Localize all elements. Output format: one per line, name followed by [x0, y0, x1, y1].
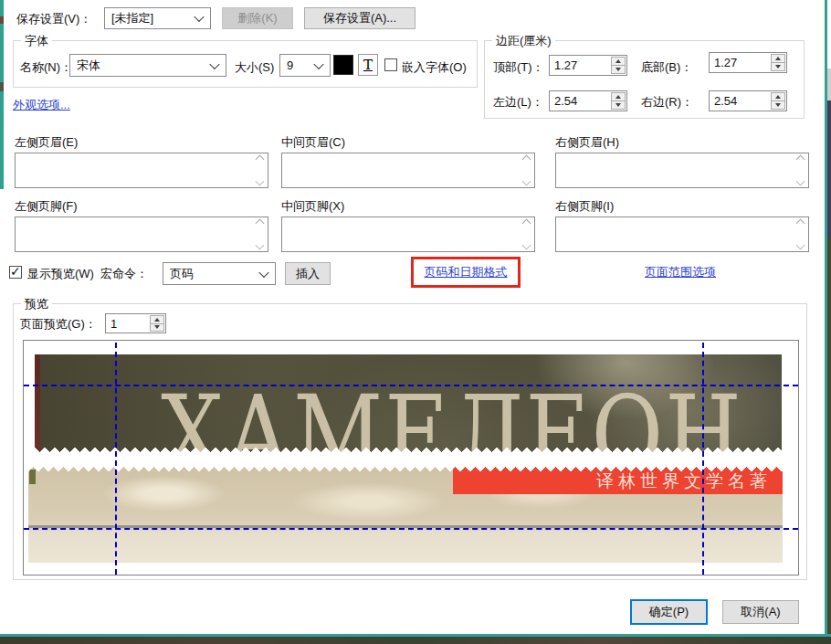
- bottom-margin-down-button[interactable]: [771, 62, 785, 71]
- background-window-sliver: [827, 100, 831, 238]
- embed-font-label: 嵌入字体(O): [402, 60, 467, 75]
- top-margin-label: 顶部(T)：: [493, 60, 544, 75]
- left-footer-label: 左侧页脚(F): [15, 199, 78, 214]
- right-footer-label: 右侧页脚(I): [555, 199, 614, 214]
- arrow-up-icon: [615, 95, 621, 99]
- font-color-swatch[interactable]: [333, 55, 353, 75]
- chevron-down-icon: [258, 267, 268, 277]
- page-preview-input[interactable]: [106, 314, 149, 333]
- right-margin-spinner: [770, 91, 786, 111]
- chevron-up-icon: [795, 155, 805, 164]
- left-margin-down-button[interactable]: [611, 100, 626, 110]
- right-footer-input[interactable]: [556, 217, 792, 251]
- chevron-down-icon: [194, 12, 204, 22]
- background-window-sliver: [827, 69, 831, 100]
- center-footer-input[interactable]: [282, 217, 518, 251]
- cancel-button[interactable]: 取消(A): [722, 600, 799, 624]
- embed-font-checkbox[interactable]: [384, 58, 397, 71]
- insert-button[interactable]: 插入: [285, 262, 331, 285]
- show-preview-checkbox[interactable]: [9, 266, 22, 279]
- page-number-date-format-link[interactable]: 页码和日期格式: [425, 265, 508, 280]
- red-banner: 译林世界文学名著: [453, 467, 783, 494]
- chevron-up-icon: [795, 219, 805, 228]
- right-margin-input[interactable]: [710, 91, 770, 111]
- bottom-margin-guide: [24, 528, 798, 530]
- arrow-down-icon: [615, 103, 621, 107]
- top-margin-down-button[interactable]: [611, 65, 626, 74]
- scrollbar[interactable]: [520, 156, 532, 185]
- screen: 保存设置(V)： [未指定] 删除(K) 保存设置(A)... 字体 名称(N)…: [0, 0, 831, 644]
- chevron-down-icon: [255, 177, 264, 186]
- font-size-value: 9: [287, 58, 293, 72]
- chevron-up-icon: [521, 219, 531, 228]
- background-window-left-edge: [0, 0, 4, 189]
- page-preview-spinner: [149, 314, 165, 333]
- arrow-down-icon: [775, 103, 781, 107]
- scrollbar[interactable]: [253, 220, 266, 248]
- right-header-textarea[interactable]: [555, 153, 809, 188]
- font-size-label: 大小(S)：: [235, 60, 286, 75]
- macro-value: 页码: [170, 266, 194, 282]
- chevron-down-icon: [521, 177, 531, 186]
- left-header-label: 左侧页眉(E): [15, 135, 78, 150]
- save-settings-dropdown[interactable]: [未指定]: [104, 7, 211, 29]
- left-footer-input[interactable]: [16, 217, 251, 251]
- save-settings-as-button[interactable]: 保存设置(A)...: [304, 7, 416, 29]
- font-name-dropdown[interactable]: 宋体: [69, 54, 226, 77]
- bottom-margin-field[interactable]: [709, 52, 787, 73]
- left-margin-label: 左边(L)：: [493, 95, 543, 110]
- font-group-title: 字体: [21, 33, 52, 49]
- font-size-dropdown[interactable]: 9: [279, 54, 331, 77]
- chevron-down-icon: [209, 58, 219, 69]
- appearance-options-link[interactable]: 外观选项...: [13, 98, 70, 112]
- top-margin-spinner: [610, 56, 626, 75]
- font-name-label: 名称(N)：: [20, 60, 72, 75]
- top-margin-field[interactable]: [549, 55, 627, 76]
- show-preview-label: 显示预览(W): [27, 267, 94, 281]
- top-margin-input[interactable]: [550, 56, 610, 75]
- page-preview-field[interactable]: [105, 313, 166, 333]
- left-margin-input[interactable]: [550, 91, 610, 111]
- arrow-down-icon: [615, 68, 621, 71]
- right-footer-textarea[interactable]: [555, 216, 809, 252]
- left-footer-textarea[interactable]: [15, 216, 268, 252]
- page-preview-canvas: ХАМЕЛЕОН 译林世界文学名著: [23, 340, 799, 575]
- right-header-input[interactable]: [556, 153, 792, 187]
- macro-label: 宏命令：: [100, 267, 148, 281]
- underline-toggle-button[interactable]: T: [358, 54, 378, 76]
- header-footer-settings-dialog: 保存设置(V)： [未指定] 删除(K) 保存设置(A)... 字体 名称(N)…: [0, 0, 825, 634]
- chevron-down-icon: [313, 58, 323, 69]
- delete-button: 删除(K): [222, 7, 293, 29]
- left-header-textarea[interactable]: [15, 153, 268, 188]
- center-header-label: 中间页眉(C): [281, 135, 345, 150]
- left-margin-field[interactable]: [549, 90, 627, 111]
- right-margin-field[interactable]: [709, 90, 787, 111]
- scrollbar[interactable]: [253, 156, 266, 185]
- page-preview-down-button[interactable]: [150, 323, 164, 333]
- chevron-down-icon: [795, 177, 805, 186]
- left-margin-guide: [115, 343, 117, 575]
- center-header-textarea[interactable]: [281, 153, 535, 188]
- chevron-up-icon: [255, 219, 264, 228]
- arrow-down-icon: [154, 325, 160, 329]
- top-margin-guide: [24, 385, 798, 386]
- margin-group-title: 边距(厘米): [492, 33, 555, 49]
- arrow-up-icon: [775, 95, 781, 99]
- bottom-margin-input[interactable]: [710, 53, 770, 72]
- scrollbar[interactable]: [794, 220, 806, 248]
- right-header-label: 右侧页眉(H): [555, 135, 619, 150]
- book-spine: [35, 354, 40, 455]
- scrollbar[interactable]: [520, 220, 532, 248]
- center-footer-textarea[interactable]: [281, 216, 535, 252]
- save-settings-label: 保存设置(V)：: [16, 12, 91, 26]
- chevron-down-icon: [521, 241, 531, 250]
- center-header-input[interactable]: [282, 153, 518, 187]
- preview-cover-bottom-image: 译林世界文学名著: [28, 464, 783, 563]
- arrow-up-icon: [615, 59, 621, 63]
- ok-button[interactable]: 确定(P): [630, 599, 708, 625]
- left-header-input[interactable]: [16, 153, 251, 187]
- page-range-options-link[interactable]: 页面范围选项: [645, 265, 716, 280]
- right-margin-down-button[interactable]: [771, 100, 785, 110]
- scrollbar[interactable]: [794, 156, 806, 185]
- macro-dropdown[interactable]: 页码: [163, 262, 276, 285]
